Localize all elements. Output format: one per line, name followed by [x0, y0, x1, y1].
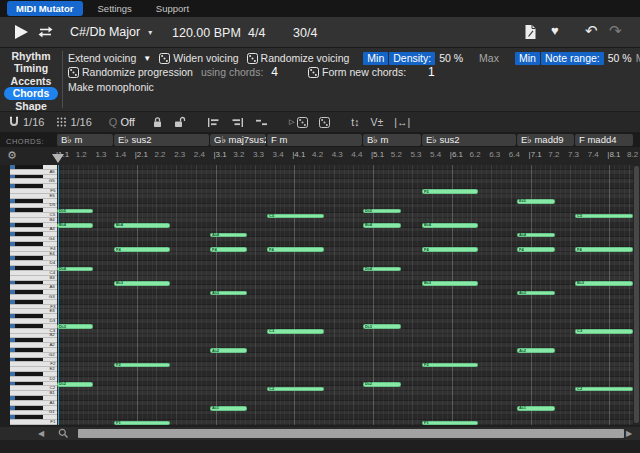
grid-setting[interactable]: 1/16 — [55, 116, 91, 128]
midi-note[interactable]: F2 — [422, 363, 478, 368]
midi-note[interactable]: B♭4 — [363, 223, 401, 228]
form-new-chords-value[interactable]: 1 — [428, 65, 435, 79]
play-button[interactable] — [15, 25, 28, 39]
legato-button[interactable]: |↔| — [394, 116, 410, 128]
midi-note[interactable]: F4 — [422, 247, 478, 252]
midi-note[interactable]: B♭4 — [114, 223, 170, 228]
undo-button[interactable]: ↶ — [585, 22, 598, 40]
chord-block[interactable]: F madd4 — [575, 134, 633, 146]
sidebar-item-accents[interactable]: Accents — [2, 75, 61, 87]
vscroll-thumb[interactable] — [634, 166, 639, 423]
midi-note[interactable]: C3 — [267, 329, 324, 334]
loop-length[interactable]: 30/4 — [293, 26, 317, 40]
vertical-scrollbar[interactable] — [633, 165, 640, 425]
key-selector[interactable]: C#/Db Major ▾ — [70, 25, 152, 39]
midi-note[interactable]: C5 — [575, 214, 633, 219]
midi-note[interactable]: C5 — [267, 214, 324, 219]
piano-key-F1[interactable]: F1 — [10, 420, 57, 425]
note-range-label[interactable]: Note range: — [541, 52, 604, 65]
midi-note[interactable]: B♭4 — [57, 223, 93, 228]
midi-note[interactable]: D♭4 — [57, 267, 93, 272]
midi-note[interactable]: A♭4 — [210, 233, 247, 238]
preset-file-icon[interactable] — [524, 24, 537, 40]
midi-note[interactable]: B♭3 — [114, 281, 170, 286]
midi-note[interactable]: F4 — [114, 247, 170, 252]
form-new-chords-button[interactable]: Form new chords: — [308, 66, 406, 78]
timeline-ruler[interactable]: ⚙ |1.11.21.31.4|2.12.22.32.4|3.13.23.33.… — [0, 147, 640, 165]
widen-voicing-button[interactable]: Widen voicing — [159, 52, 238, 64]
randomize-voicing-button[interactable]: Randomize voicing — [247, 52, 350, 64]
transpose-button[interactable]: t↕ — [351, 116, 359, 128]
chord-block[interactable]: B♭ m — [363, 134, 421, 146]
loop-button[interactable] — [37, 25, 54, 39]
quantize-toggle[interactable]: Q Off — [109, 116, 135, 128]
align-start-icon[interactable] — [207, 117, 220, 128]
midi-note[interactable]: E♭5 — [517, 199, 555, 204]
redo-button[interactable]: ↷ — [609, 22, 622, 40]
snap-setting[interactable]: 1/16 — [8, 116, 44, 128]
align-end-icon[interactable] — [231, 117, 244, 128]
stagger-icon[interactable] — [255, 117, 268, 128]
scroll-left-button[interactable]: ◀ — [38, 429, 44, 438]
using-chords-value[interactable]: 4 — [271, 65, 278, 79]
midi-note[interactable]: C2 — [267, 387, 324, 392]
midi-note[interactable]: D♭5 — [363, 209, 401, 214]
density-min-button[interactable]: Min — [363, 52, 388, 65]
midi-note[interactable]: F5 — [422, 189, 478, 194]
midi-note[interactable]: A♭3 — [210, 291, 247, 296]
sidebar-item-rhythm[interactable]: Rhythm — [2, 50, 59, 62]
extend-voicing-button[interactable]: Extend voicing ▼ — [68, 52, 151, 64]
midi-note[interactable]: A♭3 — [517, 291, 555, 296]
chord-block[interactable]: E♭ sus2 — [114, 134, 209, 146]
gear-icon[interactable]: ⚙ — [7, 149, 17, 162]
midi-note[interactable]: A♭2 — [210, 348, 247, 353]
tab-support[interactable]: Support — [147, 1, 198, 16]
midi-note[interactable]: B♭4 — [422, 223, 478, 228]
midi-note[interactable]: A♭4 — [517, 233, 555, 238]
sidebar-item-chords[interactable]: Chords — [4, 87, 59, 99]
tab-settings[interactable]: Settings — [89, 1, 141, 16]
midi-note[interactable]: D♭3 — [57, 324, 93, 329]
bpm-display[interactable]: 120.00 BPM — [172, 26, 241, 40]
zoom-icon[interactable] — [58, 428, 69, 439]
chord-block[interactable]: G♭ maj7sus2 — [210, 134, 266, 146]
midi-note[interactable]: A♭1 — [517, 406, 555, 411]
time-signature[interactable]: 4/4 — [248, 26, 265, 40]
midi-note[interactable]: F1 — [114, 421, 170, 425]
density-label[interactable]: Density: — [389, 52, 435, 65]
midi-note[interactable]: D♭2 — [363, 382, 401, 387]
chord-block[interactable]: E♭ madd9 — [517, 134, 574, 146]
chord-block[interactable]: E♭ sus2 — [422, 134, 516, 146]
favorite-heart-icon[interactable]: ♥ — [551, 23, 559, 38]
midi-note[interactable]: F4 — [267, 247, 324, 252]
tab-midi-mutator[interactable]: MIDI Mutator — [7, 1, 83, 16]
lock-open-icon[interactable] — [174, 116, 186, 128]
note-range-min-button[interactable]: Min — [515, 52, 540, 65]
midi-note[interactable]: F1 — [422, 421, 478, 425]
midi-note[interactable]: C2 — [575, 387, 633, 392]
hscroll-thumb[interactable] — [78, 429, 624, 438]
midi-note[interactable]: F4 — [575, 247, 633, 252]
hscroll-track[interactable] — [78, 429, 624, 438]
midi-note[interactable]: A♭1 — [210, 406, 247, 411]
density-value[interactable]: 50 % — [439, 52, 463, 64]
midi-note[interactable]: F4 — [210, 247, 247, 252]
velocity-button[interactable]: V± — [370, 116, 383, 128]
midi-note[interactable]: F2 — [114, 363, 170, 368]
midi-note[interactable]: D♭5 — [57, 209, 93, 214]
note-range-max-button[interactable]: Max — [636, 52, 640, 64]
midi-note[interactable]: A♭2 — [517, 348, 555, 353]
chord-block[interactable]: F m — [267, 134, 362, 146]
midi-note[interactable]: F4 — [517, 247, 555, 252]
density-max-button[interactable]: Max — [479, 52, 499, 64]
midi-note[interactable]: D♭2 — [57, 382, 93, 387]
midi-note[interactable]: B♭3 — [422, 281, 478, 286]
midi-note[interactable]: D♭3 — [363, 324, 401, 329]
note-range-value[interactable]: 50 % — [608, 52, 632, 64]
midi-note[interactable]: B♭3 — [575, 281, 633, 286]
sidebar-item-timing[interactable]: Timing — [5, 62, 57, 74]
piano-roll-grid[interactable]: D♭5B♭4D♭4D♭3D♭2B♭4F4B♭3F2F1A♭4F4A♭3A♭2A♭… — [57, 165, 633, 425]
midi-note[interactable]: C3 — [575, 329, 633, 334]
randomize-progression-button[interactable]: Randomize progression — [68, 66, 193, 78]
chord-block[interactable]: B♭ m — [57, 134, 113, 146]
